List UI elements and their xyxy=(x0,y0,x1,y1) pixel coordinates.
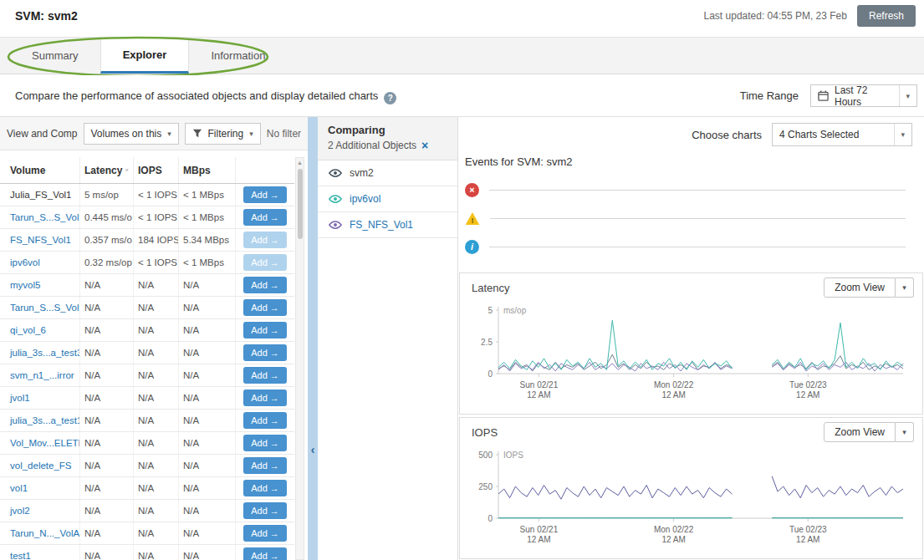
comparing-item: ipv6vol xyxy=(318,186,457,212)
choose-charts-label: Choose charts xyxy=(692,129,762,141)
help-icon[interactable]: ? xyxy=(384,92,396,104)
table-row: Tarun_S...S_Vol2N/AN/AN/AAdd→ xyxy=(0,297,294,319)
iops-cell: N/A xyxy=(134,319,179,341)
chart-plot-iops: 5002500IOPSSun 02/2112 AMMon 02/2212 AMT… xyxy=(460,446,911,558)
page-description-text: Compare the performance of associated ob… xyxy=(15,89,378,102)
zoom-view-caret-button[interactable]: ▾ xyxy=(896,422,914,442)
add-to-comparing-button[interactable]: Add→ xyxy=(243,389,287,406)
column-header-iops[interactable]: IOPS xyxy=(134,157,179,183)
last-updated-text: Last updated: 04:55 PM, 23 Feb xyxy=(704,10,847,22)
chevron-down-icon: ▾ xyxy=(249,130,253,138)
volume-name-link[interactable]: qi_vol_6 xyxy=(0,319,80,341)
clear-comparing-icon[interactable]: × xyxy=(421,140,428,151)
add-to-comparing-button[interactable]: Add→ xyxy=(243,344,287,361)
add-to-comparing-button: Add→ xyxy=(243,232,287,248)
column-header-add xyxy=(236,157,294,183)
volume-name-link[interactable]: Vol_Mov...ELETE xyxy=(0,432,80,454)
add-to-comparing-button[interactable]: Add→ xyxy=(243,457,287,474)
volume-name-link[interactable]: Tarun_N..._VolA xyxy=(0,522,80,544)
filtering-button[interactable]: Filtering ▾ xyxy=(185,123,261,145)
volume-name-link[interactable]: vol_delete_FS xyxy=(0,455,80,476)
scrollbar-thumb[interactable] xyxy=(298,169,303,239)
time-range-label: Time Range xyxy=(740,89,799,102)
refresh-button[interactable]: Refresh xyxy=(857,5,916,27)
comparing-item-name[interactable]: ipv6vol xyxy=(350,193,380,205)
add-to-comparing-button[interactable]: Add→ xyxy=(243,367,287,384)
add-to-comparing-button[interactable]: Add→ xyxy=(243,547,287,560)
eye-icon[interactable] xyxy=(328,220,343,230)
scope-dropdown[interactable]: Volumes on this ▾ xyxy=(84,123,179,145)
add-to-comparing-button[interactable]: Add→ xyxy=(243,299,287,316)
volume-name-link[interactable]: vol1 xyxy=(0,477,80,499)
arrow-right-icon: → xyxy=(270,461,279,471)
collapse-panel-handle[interactable]: ‹ xyxy=(308,117,318,560)
add-to-comparing-button[interactable]: Add→ xyxy=(243,322,287,339)
iops-cell: N/A xyxy=(134,522,179,544)
volume-name-link[interactable]: FS_NFS_Vol1 xyxy=(0,229,80,251)
comparing-item-name[interactable]: FS_NFS_Vol1 xyxy=(350,219,413,231)
volume-name-link[interactable]: jvol2 xyxy=(0,500,80,522)
add-to-comparing-button[interactable]: Add→ xyxy=(243,435,287,451)
choose-charts-dropdown[interactable]: 4 Charts Selected ▾ xyxy=(772,123,912,146)
latency-cell: N/A xyxy=(80,319,134,341)
series-FS_NFS_Vol1 xyxy=(772,362,903,371)
tab-explorer[interactable]: Explorer xyxy=(100,38,190,74)
add-to-comparing-button[interactable]: Add→ xyxy=(243,480,287,496)
comparing-header: Comparing 2 Additional Objects × xyxy=(318,117,457,160)
mbps-cell: < 1 MBps xyxy=(179,206,236,228)
tab-summary[interactable]: Summary xyxy=(10,38,100,74)
volume-name-link[interactable]: test1 xyxy=(0,545,80,560)
table-row: Vol_Mov...ELETEN/AN/AN/AAdd→ xyxy=(0,432,294,455)
add-cell: Add→ xyxy=(236,364,294,386)
column-header-volume[interactable]: Volume xyxy=(0,157,80,183)
add-cell: Add→ xyxy=(236,342,294,364)
add-to-comparing-button[interactable]: Add→ xyxy=(243,277,287,293)
add-button-label: Add xyxy=(251,325,268,335)
zoom-view-button[interactable]: Zoom View xyxy=(824,422,896,442)
comparing-panel: Comparing 2 Additional Objects × svm2ipv… xyxy=(318,117,458,560)
chart-card-header: IOPSZoom View▾ xyxy=(460,418,922,446)
zoom-view-button[interactable]: Zoom View xyxy=(824,277,896,298)
latency-cell: N/A xyxy=(80,432,134,454)
add-button-label: Add xyxy=(251,483,268,493)
sort-descending-icon[interactable] xyxy=(125,165,129,175)
volume-name-link[interactable]: Tarun_S...S_Vol1 xyxy=(0,206,80,228)
column-header-latency[interactable]: Latency xyxy=(80,157,134,183)
filter-status-text: No filter a xyxy=(267,128,301,140)
add-to-comparing-button[interactable]: Add→ xyxy=(243,186,287,203)
table-row: vol1N/AN/AN/AAdd→ xyxy=(0,477,294,500)
volume-name-link[interactable]: myvol5 xyxy=(0,274,80,296)
table-scrollbar[interactable]: ▲ xyxy=(295,157,304,560)
latency-cell: N/A xyxy=(80,477,134,499)
add-to-comparing-button[interactable]: Add→ xyxy=(243,525,287,542)
add-to-comparing-button[interactable]: Add→ xyxy=(243,412,287,429)
volume-name-link[interactable]: Julia_FS_Vol1 xyxy=(0,184,80,206)
volume-name-link[interactable]: svm_n1_...irror xyxy=(0,364,80,386)
eye-icon[interactable] xyxy=(328,194,343,204)
charts-stack: LatencyZoom View▾52.50ms/opSun 02/2112 A… xyxy=(459,272,923,560)
eye-icon[interactable] xyxy=(328,168,343,178)
time-range-dropdown[interactable]: Last 72 Hours ▾ xyxy=(810,84,917,107)
volume-name-link[interactable]: jvol1 xyxy=(0,387,80,409)
volume-name-link[interactable]: Tarun_S...S_Vol2 xyxy=(0,297,80,318)
comparing-subtitle: 2 Additional Objects xyxy=(328,140,416,151)
column-label: IOPS xyxy=(138,165,162,176)
add-button-label: Add xyxy=(251,348,268,358)
comparing-item-name: svm2 xyxy=(350,167,374,179)
filter-funnel-icon xyxy=(192,129,202,138)
volume-name-link[interactable]: ipv6vol xyxy=(0,252,80,273)
svg-text:Sun 02/21: Sun 02/21 xyxy=(520,525,559,534)
table-row: jvol2N/AN/AN/AAdd→ xyxy=(0,500,294,522)
tab-information[interactable]: Information xyxy=(189,38,287,74)
column-header-mbps[interactable]: MBps xyxy=(179,157,236,183)
chevron-down-icon: ▾ xyxy=(167,130,171,138)
event-timeline xyxy=(489,247,906,247)
scrollbar-up-arrow-icon[interactable]: ▲ xyxy=(296,158,304,167)
zoom-view-caret-button[interactable]: ▾ xyxy=(896,277,914,298)
volume-name-link[interactable]: julia_3s...a_test3 xyxy=(0,342,80,364)
volume-name-link[interactable]: julia_3s...a_test1 xyxy=(0,410,80,431)
latency-cell: N/A xyxy=(80,455,134,476)
add-to-comparing-button[interactable]: Add→ xyxy=(243,209,287,226)
calendar-icon xyxy=(818,90,829,101)
add-to-comparing-button[interactable]: Add→ xyxy=(243,502,287,519)
